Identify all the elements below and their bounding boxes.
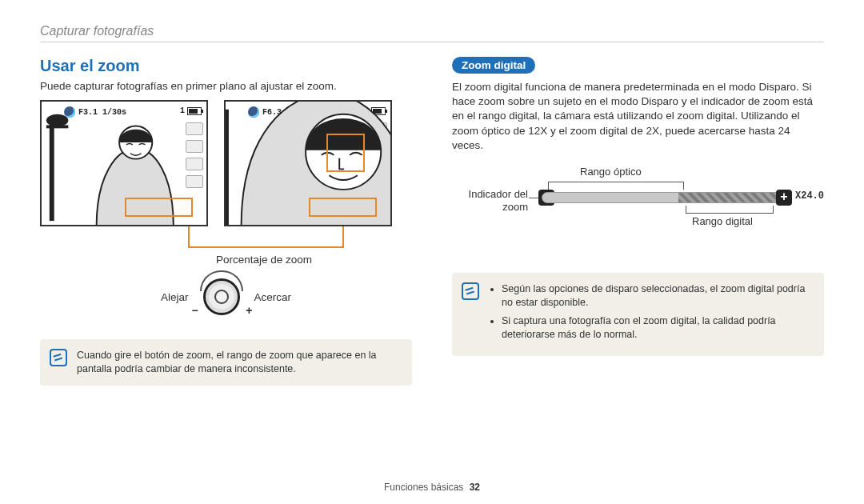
footer-section: Funciones básicas — [384, 482, 463, 493]
digital-bracket — [686, 206, 774, 214]
svg-rect-2 — [46, 125, 68, 128]
right-column: Zoom digital El zoom digital funciona de… — [452, 57, 824, 386]
camera-screenshot-zoom: F6.3 1/45s 1 — [224, 100, 392, 226]
zoom-out-label: Alejar — [161, 291, 189, 303]
digital-range-label: Rango digital — [692, 215, 753, 227]
section-title: Usar el zoom — [40, 57, 412, 75]
svg-rect-0 — [50, 119, 54, 222]
zoom-indicator-label: Indicador del zoom — [452, 188, 528, 213]
note-icon — [462, 282, 479, 300]
zoom-digital-badge: Zoom digital — [452, 57, 535, 74]
zoom-indicator-highlight — [309, 198, 377, 217]
zoom-bar — [542, 192, 790, 203]
example-screenshots: F3.1 1/30s 1 — [40, 100, 412, 226]
left-column: Usar el zoom Puede capturar fotografías … — [40, 57, 412, 386]
divider — [40, 42, 824, 42]
page-footer: Funciones básicas 32 — [0, 482, 864, 493]
zoom-digital-body: El zoom digital funciona de manera prede… — [452, 80, 824, 153]
intro-text: Puede capturar fotografías en primer pla… — [40, 80, 412, 92]
breadcrumb: Capturar fotografías — [40, 24, 824, 38]
zoom-dial-icon: − + — [198, 274, 245, 320]
zoom-percentage-label: Porcentaje de zoom — [168, 254, 360, 266]
note-item: Si captura una fotografía con el zoom di… — [502, 314, 813, 342]
note-box: Según las opciones de disparo selecciona… — [452, 273, 824, 356]
note-icon — [50, 349, 67, 366]
zoom-dial-row: Alejar − + Acercar — [40, 274, 412, 320]
note-item: Según las opciones de disparo selecciona… — [502, 282, 813, 310]
callout-connectors — [40, 231, 412, 252]
zoom-in-label: Acercar — [254, 291, 292, 303]
zoom-plus-icon: + — [776, 190, 792, 206]
note-text: Cuando gire el botón de zoom, el rango d… — [77, 349, 401, 376]
svg-point-1 — [46, 114, 68, 127]
note-list: Según las opciones de disparo selecciona… — [489, 282, 813, 346]
camera-screenshot-wide: F3.1 1/30s 1 — [40, 100, 208, 226]
footer-page-number: 32 — [470, 482, 480, 493]
zoom-x24-label: X24.0 — [795, 190, 824, 202]
note-box: Cuando gire el botón de zoom, el rango d… — [40, 339, 412, 386]
zoom-range-diagram: Rango óptico Indicador del zoom − + X24.… — [452, 166, 824, 254]
minus-icon: − — [192, 304, 198, 317]
plus-icon: + — [246, 304, 252, 317]
optical-bracket — [548, 182, 684, 190]
zoom-indicator-highlight — [125, 198, 193, 217]
face-detect-box — [326, 134, 365, 172]
optical-range-label: Rango óptico — [580, 166, 642, 178]
svg-rect-4 — [226, 110, 229, 226]
